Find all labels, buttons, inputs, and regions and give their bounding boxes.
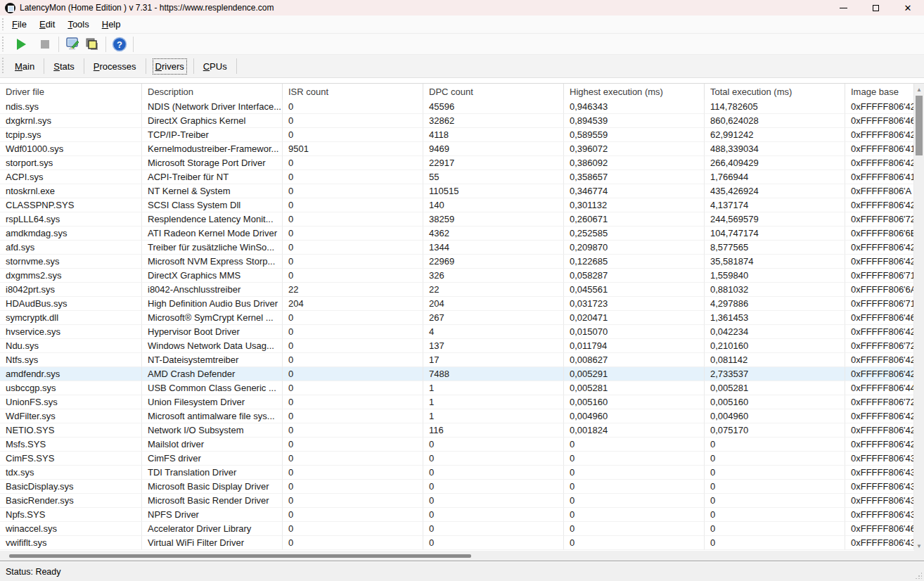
horizontal-scrollbar[interactable]	[0, 551, 924, 561]
column-header-isr-count[interactable]: ISR count	[283, 84, 423, 100]
table-row[interactable]: dxgmms2.sysDirectX Graphics MMS03260,058…	[0, 269, 914, 283]
cell-image-base: 0xFFFFF806'6B	[845, 226, 914, 241]
column-header-description[interactable]: Description	[142, 84, 283, 100]
table-row[interactable]: tcpip.sysTCP/IP-Treiber041180,58955962,9…	[0, 128, 914, 142]
cell-total-execution: 435,426924	[705, 184, 845, 198]
cell-highest-execution: 0	[564, 522, 705, 536]
resize-grip[interactable]	[915, 572, 922, 579]
cell-description: Union Filesystem Driver	[142, 395, 283, 409]
menu-edit[interactable]: Edit	[33, 16, 61, 32]
cell-isr-count: 204	[283, 297, 423, 311]
table-row[interactable]: Npfs.SYSNPFS Driver00000xFFFFF806'43	[0, 508, 914, 522]
table-row[interactable]: Ndu.sysWindows Network Data Usag...01370…	[0, 339, 914, 353]
cell-driver-file: usbccgp.sys	[0, 381, 142, 395]
cell-isr-count: 0	[283, 480, 423, 494]
table-row[interactable]: amdkmdag.sysATI Radeon Kernel Mode Drive…	[0, 226, 914, 241]
table-row[interactable]: rspLLL64.sysResplendence Latency Monit..…	[0, 212, 914, 226]
table-row[interactable]: BasicDisplay.sysMicrosoft Basic Display …	[0, 480, 914, 494]
table-row[interactable]: NETIO.SYSNetwork I/O Subsystem01160,0018…	[0, 423, 914, 438]
table-row[interactable]: i8042prt.sysi8042-Anschlusstreiber22220,…	[0, 283, 914, 297]
close-button[interactable]: ✕	[892, 0, 924, 15]
table-row[interactable]: afd.sysTreiber für zusätzliche WinSo...0…	[0, 241, 914, 255]
options-button[interactable]	[63, 35, 82, 53]
cell-driver-file: dxgmms2.sys	[0, 269, 142, 283]
table-row[interactable]: CLASSPNP.SYSSCSI Class System Dll01400,3…	[0, 198, 914, 212]
stop-monitor-button[interactable]	[35, 35, 55, 53]
tab-processes[interactable]: Processes	[84, 58, 146, 75]
table-row[interactable]: vwififlt.sysVirtual WiFi Filter Driver00…	[0, 536, 914, 550]
scroll-up-arrow[interactable]: ▲	[914, 84, 924, 95]
table-row[interactable]: ndis.sysNDIS (Network Driver Interface..…	[0, 100, 914, 114]
table-row[interactable]: ntoskrnl.exeNT Kernel & System01105150,3…	[0, 184, 914, 198]
cell-image-base: 0xFFFFF806'46	[845, 311, 914, 325]
cell-driver-file: rspLLL64.sys	[0, 212, 142, 226]
horizontal-scroll-thumb[interactable]	[9, 554, 471, 558]
menu-tools[interactable]: Tools	[61, 16, 95, 32]
column-header-highest-execution[interactable]: Highest execution (ms)	[564, 84, 705, 100]
table-row[interactable]: stornvme.sysMicrosoft NVM Express Storp.…	[0, 255, 914, 269]
cell-total-execution: 8,577565	[705, 241, 845, 255]
table-row[interactable]: ACPI.sysACPI-Treiber für NT0550,3586571,…	[0, 170, 914, 184]
cell-image-base: 0xFFFFF806'72	[845, 395, 914, 409]
table-row[interactable]: WdFilter.sysMicrosoft antimalware file s…	[0, 409, 914, 423]
column-header-driver-file[interactable]: Driver file	[0, 84, 142, 100]
cell-highest-execution: 0,589559	[564, 128, 705, 142]
cell-image-base: 0xFFFFF806'43	[845, 466, 914, 480]
start-monitor-button[interactable]	[11, 35, 31, 53]
cell-image-base: 0xFFFFF806'46	[845, 114, 914, 128]
table-row[interactable]: dxgkrnl.sysDirectX Graphics Kernel032862…	[0, 114, 914, 128]
table-row[interactable]: winaccel.sysAccelerator Driver Library00…	[0, 522, 914, 536]
column-header-dpc-count[interactable]: DPC count	[423, 84, 564, 100]
cell-driver-file: UnionFS.sys	[0, 395, 142, 409]
tab-cpus[interactable]: CPUs	[194, 58, 236, 75]
vertical-scroll-thumb[interactable]	[916, 96, 923, 155]
cell-isr-count: 0	[283, 395, 423, 409]
table-row[interactable]: hvservice.sysHypervisor Boot Driver040,0…	[0, 325, 914, 339]
cell-description: TDI Translation Driver	[142, 466, 283, 480]
table-row[interactable]: symcryptk.dllMicrosoft® SymCrypt Kernel …	[0, 311, 914, 325]
cell-highest-execution: 0,122685	[564, 255, 705, 269]
cell-dpc-count: 22	[423, 283, 564, 297]
minimize-button[interactable]	[827, 0, 859, 15]
cell-isr-count: 0	[283, 170, 423, 184]
table-row[interactable]: BasicRender.sysMicrosoft Basic Render Dr…	[0, 494, 914, 508]
cell-driver-file: hvservice.sys	[0, 325, 142, 339]
toolbar-separator	[105, 37, 106, 52]
vertical-scrollbar[interactable]: ▲ ▼	[914, 84, 924, 551]
column-header-image-base[interactable]: Image base	[845, 84, 914, 100]
column-header-total-execution[interactable]: Total execution (ms)	[705, 84, 845, 100]
tab-main[interactable]: Main	[6, 58, 44, 75]
table-row[interactable]: CimFS.SYSCimFS driver00000xFFFFF806'43	[0, 452, 914, 466]
help-button[interactable]: ?	[110, 35, 129, 53]
scroll-down-arrow[interactable]: ▼	[914, 540, 924, 551]
table-row[interactable]: UnionFS.sysUnion Filesystem Driver010,00…	[0, 395, 914, 409]
svg-text:?: ?	[117, 39, 122, 49]
table-row[interactable]: usbccgp.sysUSB Common Class Generic ...0…	[0, 381, 914, 395]
cell-highest-execution: 0,045561	[564, 283, 705, 297]
table-row[interactable]: Wdf01000.sysKernelmodustreiber-Framewor.…	[0, 142, 914, 156]
cell-isr-count: 0	[283, 156, 423, 170]
table-row[interactable]: tdx.sysTDI Translation Driver00000xFFFFF…	[0, 466, 914, 480]
table-row[interactable]: Msfs.SYSMailslot driver00000xFFFFF806'42	[0, 438, 914, 452]
cell-isr-count: 9501	[283, 142, 423, 156]
cell-description: NDIS (Network Driver Interface...	[142, 100, 283, 114]
cell-image-base: 0xFFFFF806'72	[845, 339, 914, 353]
table-row[interactable]: Ntfs.sysNT-Dateisystemtreiber0170,008627…	[0, 353, 914, 367]
cell-total-execution: 488,339034	[705, 142, 845, 156]
maximize-button[interactable]	[859, 0, 892, 15]
cell-total-execution: 0	[705, 480, 845, 494]
toolbar-gripper	[1, 37, 5, 51]
menu-file[interactable]: File	[6, 16, 33, 32]
cell-image-base: 0xFFFFF806'43	[845, 452, 914, 466]
cell-total-execution: 0,075170	[705, 423, 845, 438]
cell-isr-count: 0	[283, 311, 423, 325]
table-row[interactable]: amdfendr.sysAMD Crash Defender074880,005…	[0, 367, 914, 381]
table-row[interactable]: HDAudBus.sysHigh Definition Audio Bus Dr…	[0, 297, 914, 311]
report-button[interactable]	[82, 35, 102, 53]
tab-stats[interactable]: Stats	[44, 58, 84, 75]
table-row[interactable]: storport.sysMicrosoft Storage Port Drive…	[0, 156, 914, 170]
cell-isr-count: 0	[283, 226, 423, 241]
cell-highest-execution: 0,015070	[564, 325, 705, 339]
menu-help[interactable]: Help	[96, 16, 127, 32]
tab-drivers[interactable]: Drivers	[146, 58, 193, 75]
